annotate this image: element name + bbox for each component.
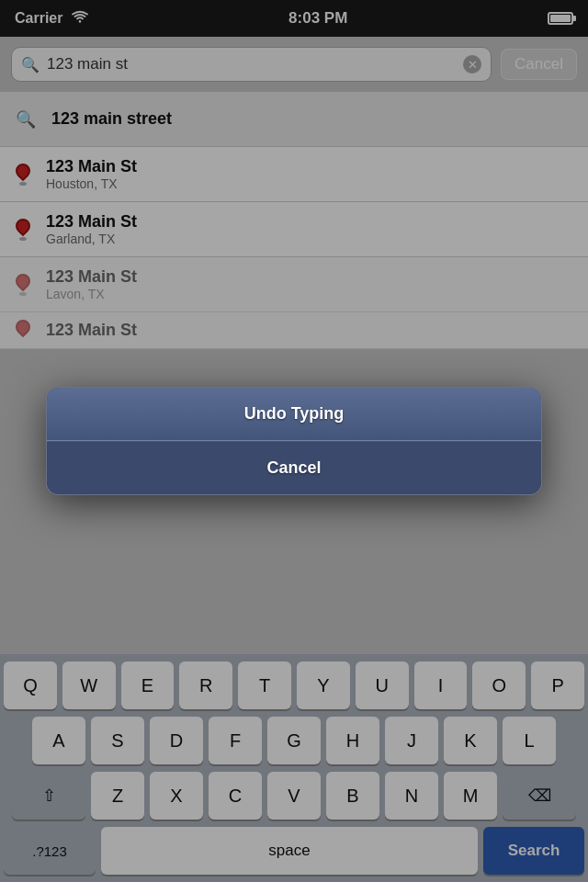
modal-overlay: Undo Typing Cancel [0, 0, 588, 882]
action-sheet-cancel-button[interactable]: Cancel [47, 442, 541, 494]
action-sheet: Undo Typing Cancel [46, 387, 542, 495]
undo-typing-button[interactable]: Undo Typing [47, 388, 541, 441]
